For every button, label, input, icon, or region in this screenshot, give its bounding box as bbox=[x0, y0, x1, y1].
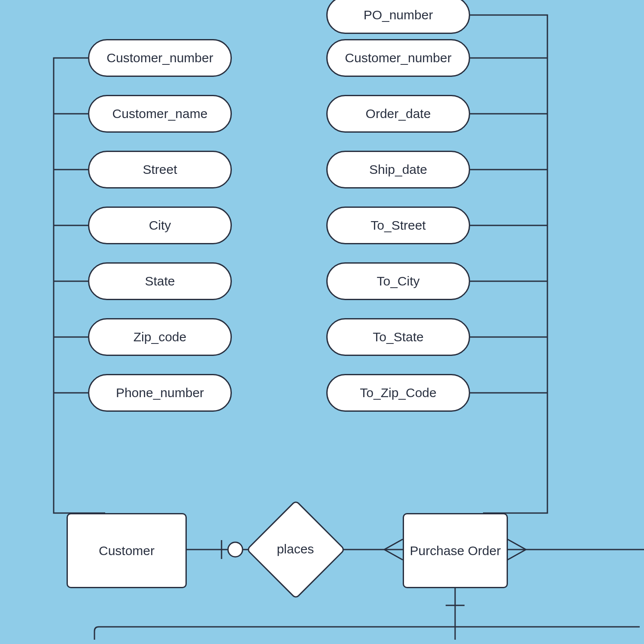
attr-label: Order_date bbox=[366, 106, 431, 121]
attr-label: To_Zip_Code bbox=[360, 386, 436, 400]
entity-label: Purchase Order bbox=[410, 544, 501, 558]
attr-customer-name: Customer_name bbox=[88, 95, 232, 133]
attr-label: Customer_number bbox=[106, 51, 213, 65]
attr-label: Customer_name bbox=[112, 106, 208, 121]
attr-customer-number: Customer_number bbox=[88, 39, 232, 77]
attr-label: To_Street bbox=[371, 218, 425, 233]
attr-to-zip-code: To_Zip_Code bbox=[326, 374, 470, 412]
attr-ship-date: Ship_date bbox=[326, 151, 470, 188]
svg-point-1 bbox=[228, 542, 243, 557]
attr-order-date: Order_date bbox=[326, 95, 470, 133]
entity-customer: Customer bbox=[67, 513, 187, 588]
attr-label: Customer_number bbox=[345, 51, 451, 65]
attr-label: PO_number bbox=[364, 8, 433, 22]
entity-purchase-order: Purchase Order bbox=[403, 513, 508, 588]
attr-label: State bbox=[145, 274, 175, 289]
attr-label: Phone_number bbox=[116, 386, 204, 400]
attr-label: Street bbox=[143, 162, 177, 177]
attr-label: Zip_code bbox=[134, 330, 186, 344]
attr-to-state: To_State bbox=[326, 318, 470, 356]
attr-po-number: PO_number bbox=[326, 0, 470, 34]
attr-city: City bbox=[88, 207, 232, 244]
relationship-label: places bbox=[248, 542, 343, 556]
attr-po-customer-number: Customer_number bbox=[326, 39, 470, 77]
attr-zip-code: Zip_code bbox=[88, 318, 232, 356]
entity-label: Customer bbox=[99, 544, 155, 558]
attr-to-city: To_City bbox=[326, 262, 470, 300]
attr-label: City bbox=[149, 218, 171, 233]
attr-street: Street bbox=[88, 151, 232, 188]
attr-to-street: To_Street bbox=[326, 207, 470, 244]
attr-state: State bbox=[88, 262, 232, 300]
attr-phone-number: Phone_number bbox=[88, 374, 232, 412]
attr-label: Ship_date bbox=[369, 162, 427, 177]
attr-label: To_State bbox=[373, 330, 423, 344]
attr-label: To_City bbox=[377, 274, 419, 289]
relationship-places: places bbox=[248, 501, 343, 597]
